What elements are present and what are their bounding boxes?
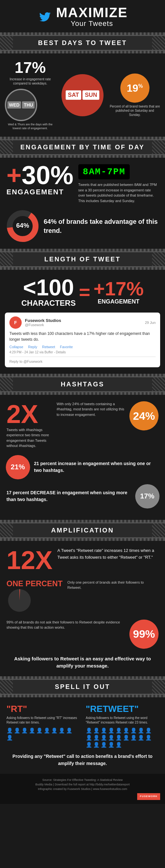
header-text: MAXIMIZE Your Tweets xyxy=(56,6,128,28)
thu-day: THU xyxy=(22,101,35,108)
chars-block: <100 CHARACTERS xyxy=(21,276,76,307)
person-icon: 👤 xyxy=(6,727,13,734)
amp-desc: A Tweet's "Retweet rate" increases 12 ti… xyxy=(57,547,159,561)
engagement-title: ENGAGEMENT BY TIME OF DAY xyxy=(0,144,165,151)
person-icon: 👤 xyxy=(93,735,100,741)
tweet-card: F Fusework Studios @Fusework 29 Jun Twee… xyxy=(5,313,160,367)
stripe-divider-4 xyxy=(0,155,165,158)
wed-thu-circle: WED THU xyxy=(5,89,37,121)
ninety-nine-desc: 99% of all brands do not ask their follo… xyxy=(6,620,125,630)
sat-sun-days: SAT SUN xyxy=(66,90,100,100)
person-icon: 👤 xyxy=(14,727,21,734)
sat-sun-block: SAT SUN xyxy=(57,74,108,116)
sat-day: SAT xyxy=(66,90,81,100)
tweet-action-collapse[interactable]: Collapse xyxy=(9,345,23,349)
rt-people-icons: 👤 👤 👤 👤 👤 👤 👤 👤 👤 👤 xyxy=(6,727,79,741)
stripe-divider-12 xyxy=(0,695,165,697)
spell-banner: SPELL IT OUT xyxy=(0,679,165,695)
person-icon: 👤 xyxy=(44,727,50,734)
twelve-x: 12X xyxy=(6,547,53,573)
rt-sub: Asking followers to Retweet using "RT" i… xyxy=(6,716,79,725)
tweet-handle: @Fusework xyxy=(25,323,61,327)
weekend-stat-block: 19% Percent of all brand tweets that are… xyxy=(109,73,160,117)
best-days-grid: 17% Increase in engagement rate compared… xyxy=(5,60,160,130)
person-icon: 👤 xyxy=(116,727,122,734)
engagement-row2: 64% 64% of brands take advantage of this… xyxy=(6,210,159,242)
person-icon: 👤 xyxy=(36,727,43,734)
engagement-time-section: + 30% ENGAGEMENT 8AM-7PM Tweets that are… xyxy=(0,158,165,249)
one-percent-label: ONE PERCENT xyxy=(6,580,62,588)
tweet-action-favorite[interactable]: Favorite xyxy=(60,345,73,349)
length-banner: LENGTH OF TWEET xyxy=(0,251,165,267)
pct-24: 24% xyxy=(133,410,155,422)
one-percent-block: ONE PERCENT xyxy=(6,580,62,615)
main-title: MAXIMIZE xyxy=(56,6,128,20)
stripe-divider-7 xyxy=(0,374,165,376)
stripe-divider-11 xyxy=(0,676,165,679)
person-icon: 👤 xyxy=(123,727,129,734)
person-icon: 👤 xyxy=(6,735,13,741)
engagement-row1: + 30% ENGAGEMENT 8AM-7PM Tweets that are… xyxy=(6,164,159,204)
person-icon: 👤 xyxy=(138,735,144,741)
hashtag-mid: With only 24% of tweets containing a #ha… xyxy=(57,401,125,417)
brands-text: 64% of brands take advantage of this tre… xyxy=(44,217,159,235)
person-icon: 👤 xyxy=(86,735,92,741)
person-icon: 👤 xyxy=(29,727,35,734)
two-x-block: 2X Tweets with #hashtags experience two … xyxy=(6,401,52,448)
amplification-banner: AMPLIFICATION xyxy=(0,522,165,538)
weekday-pct: 17% xyxy=(14,60,45,75)
stripe-divider-5 xyxy=(0,249,165,251)
one-percent-pie xyxy=(6,588,32,614)
person-icon: 👤 xyxy=(138,727,144,734)
wed-thu-days: WED THU xyxy=(7,101,35,108)
sub-title: Your Tweets xyxy=(56,20,128,28)
person-icon: 👤 xyxy=(101,727,107,734)
tweet-action-retweet[interactable]: Retweet xyxy=(42,345,55,349)
pct-99: 99% xyxy=(133,628,155,640)
person-icon: 👤 xyxy=(93,727,100,734)
person-icon: 👤 xyxy=(108,735,114,741)
person-icon: 👤 xyxy=(59,727,65,734)
one-percent-row: ONE PERCENT Only one percent of brands a… xyxy=(6,580,159,615)
engagement-block: +17% ENGAGEMENT xyxy=(94,279,144,305)
spell-title: SPELL IT OUT xyxy=(0,683,165,690)
tweet-action-reply[interactable]: Reply xyxy=(28,345,37,349)
best-days-title: BEST DAYS TO TWEET xyxy=(0,39,165,46)
sat-sun-circle: SAT SUN xyxy=(62,74,103,116)
spell-row: "RT" Asking followers to Retweet using "… xyxy=(6,704,159,748)
tweet-time: 4:29 PM - 24 Jan 12 via Buffer - Details xyxy=(9,350,156,354)
ninety-nine-row: 99% of all brands do not ask their follo… xyxy=(6,620,159,649)
wed-day: WED xyxy=(7,101,21,108)
best-days-section: 17% Increase in engagement rate compared… xyxy=(0,54,165,137)
person-icon: 👤 xyxy=(101,735,107,741)
tweet-author-info: Fusework Studios @Fusework xyxy=(25,318,61,327)
plus-sign: + xyxy=(6,164,22,186)
equals-sign: = xyxy=(79,281,90,303)
tweet-actions[interactable]: Collapse Reply Retweet Favorite xyxy=(9,345,156,349)
weekend-label: Percent of all brand tweets that are pub… xyxy=(109,104,160,117)
person-icon: 👤 xyxy=(86,742,92,748)
engagement-pct-block: + 30% ENGAGEMENT xyxy=(6,164,73,196)
only-24-desc: With only 24% of tweets containing a #ha… xyxy=(57,401,125,417)
person-icon: 👤 xyxy=(108,742,114,748)
one-percent-desc: Only one percent of brands ask their fol… xyxy=(67,580,159,590)
engagement-right: 8AM-7PM Tweets that are published betwee… xyxy=(78,164,159,204)
stripe-divider-3 xyxy=(0,137,165,139)
person-icon: 👤 xyxy=(21,727,28,734)
person-icon: 👤 xyxy=(93,742,100,748)
person-icon: 👤 xyxy=(130,735,137,741)
footer-buddy-media: Buddy Media | Download the full report a… xyxy=(5,782,160,787)
pct-21-circle: 21% xyxy=(6,455,30,479)
stripe-divider-6 xyxy=(0,267,165,270)
amp-cta: Asking followers to Retweet is an easy a… xyxy=(6,655,159,670)
amp-row1: 12X A Tweet's "Retweet rate" increases 1… xyxy=(6,547,159,573)
pct-17-container: 17% xyxy=(136,484,159,508)
time-desc: Tweets that are published between 8AM an… xyxy=(78,182,159,204)
rt-term: "RT" xyxy=(6,704,79,714)
chars-label: CHARACTERS xyxy=(21,299,76,307)
retweet-col: "RETWEET" Asking followers to Retweet us… xyxy=(86,704,159,748)
time-range: 8AM-7PM xyxy=(78,164,130,180)
arrow-down-row: 17 percent DECREASE in engagement when u… xyxy=(6,484,159,508)
two-x-label: 2X xyxy=(6,401,52,427)
person-icon: 👤 xyxy=(108,727,114,734)
